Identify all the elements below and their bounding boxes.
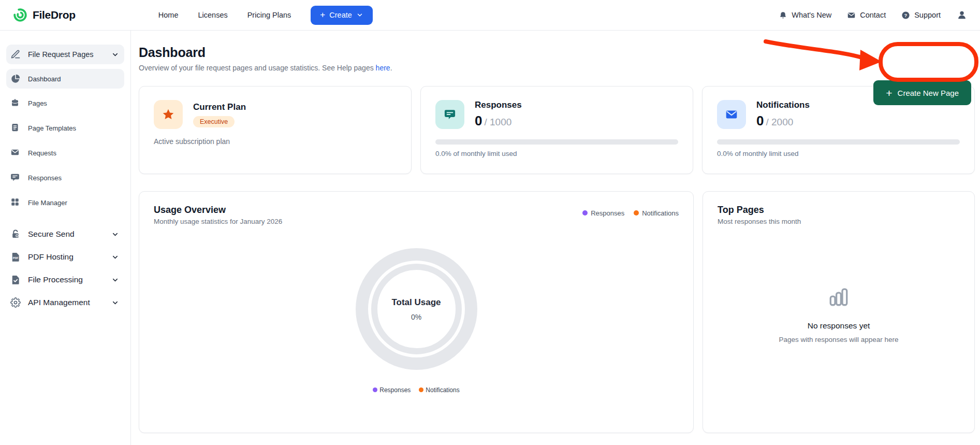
contact-label: Contact xyxy=(860,11,886,19)
sidebar-divider-gap xyxy=(6,218,124,224)
plus-icon: + xyxy=(886,88,892,98)
sidebar-item-label: Dashboard xyxy=(28,75,61,83)
sidebar-item-label: File Manager xyxy=(28,199,67,207)
responses-legend-dot xyxy=(373,387,377,392)
empty-caption: Pages with responses will appear here xyxy=(779,336,898,343)
user-avatar-icon[interactable] xyxy=(956,9,968,21)
donut-outer-ring: Total Usage 0% xyxy=(356,248,477,370)
nav-support[interactable]: ? Support xyxy=(901,11,941,20)
gear-icon xyxy=(10,297,21,308)
sidebar-item-label: File Request Pages xyxy=(28,50,94,59)
usage-legend-top: Responses Notifications xyxy=(582,209,679,217)
current-plan-title: Current Plan xyxy=(193,102,246,112)
bottom-row: Usage Overview Monthly usage statistics … xyxy=(139,191,975,433)
page-subtitle-period: . xyxy=(390,64,392,72)
top-navbar: FileDrop Home Licenses Pricing Plans + C… xyxy=(0,0,980,31)
mail-icon xyxy=(847,11,856,20)
sidebar-item-dashboard[interactable]: Dashboard xyxy=(6,69,124,89)
lock-icon xyxy=(10,229,21,239)
svg-text:?: ? xyxy=(904,12,908,18)
bar-chart-icon xyxy=(828,286,850,308)
total-usage-value: 0% xyxy=(391,313,441,321)
page-subtitle-text: Overview of your file request pages and … xyxy=(139,64,376,72)
donut-inner-ring: Total Usage 0% xyxy=(371,264,462,354)
sidebar-item-pages[interactable]: Pages xyxy=(6,93,124,113)
notifications-progress-bar xyxy=(717,139,960,145)
plan-badge: Executive xyxy=(193,116,235,127)
usage-overview-card: Usage Overview Monthly usage statistics … xyxy=(139,191,694,433)
sidebar-item-pdf-hosting[interactable]: PDF PDF Hosting xyxy=(6,247,124,267)
notifications-legend-dot xyxy=(419,387,423,392)
donut-center-label: Total Usage 0% xyxy=(391,297,441,321)
nav-home[interactable]: Home xyxy=(158,11,179,19)
empty-title: No responses yet xyxy=(808,321,870,331)
sidebar-item-label: Page Templates xyxy=(28,124,76,132)
main-nav: Home Licenses Pricing Plans + Create xyxy=(158,6,373,25)
chat-icon xyxy=(435,100,464,129)
help-circle-icon: ? xyxy=(901,11,910,20)
nav-licenses[interactable]: Licenses xyxy=(198,11,227,19)
briefcase-icon xyxy=(10,98,21,108)
nav-pricing-plans[interactable]: Pricing Plans xyxy=(247,11,291,19)
sidebar-item-file-processing[interactable]: File Processing xyxy=(6,269,124,290)
usage-legend-bottom: Responses Notifications xyxy=(373,386,459,394)
legend-notifications: Notifications xyxy=(634,209,679,217)
chevron-down-icon xyxy=(111,253,119,261)
notifications-limit: / 2000 xyxy=(766,117,793,127)
sidebar-item-label: Responses xyxy=(28,174,62,182)
sidebar-item-api-management[interactable]: API Management xyxy=(6,292,124,313)
top-pages-empty-state: No responses yet Pages with responses wi… xyxy=(718,210,960,420)
sidebar-item-label: PDF Hosting xyxy=(28,252,74,262)
current-plan-caption: Active subscription plan xyxy=(154,137,397,146)
svg-text:PDF: PDF xyxy=(13,256,19,260)
usage-donut-chart: Total Usage 0% Responses Notifications xyxy=(154,248,679,394)
sidebar-item-label: Pages xyxy=(28,99,47,107)
brand-name: FileDrop xyxy=(33,9,76,21)
legend-responses: Responses xyxy=(373,386,411,394)
notifications-value: 0 xyxy=(756,113,764,128)
help-pages-link[interactable]: here xyxy=(376,64,390,72)
chat-icon xyxy=(10,173,21,183)
responses-card: Responses 0/ 1000 0.0% of monthly limit … xyxy=(420,86,693,174)
sidebar-item-page-templates[interactable]: Page Templates xyxy=(6,118,124,138)
mail-icon xyxy=(717,100,746,129)
total-usage-label: Total Usage xyxy=(391,297,441,308)
star-icon xyxy=(154,100,183,129)
filedrop-logo-icon xyxy=(12,7,28,23)
pie-chart-icon xyxy=(10,74,21,84)
nav-create-button[interactable]: + Create xyxy=(311,6,372,25)
nav-whats-new[interactable]: What's New xyxy=(779,11,831,20)
create-button-label: Create xyxy=(329,11,352,19)
chevron-down-icon xyxy=(111,299,119,307)
sidebar-item-requests[interactable]: Requests xyxy=(6,143,124,163)
sidebar-item-file-request-pages[interactable]: File Request Pages xyxy=(6,45,124,64)
create-new-page-button[interactable]: + Create New Page xyxy=(873,80,971,105)
sidebar-item-file-manager[interactable]: File Manager xyxy=(6,193,124,212)
responses-caption: 0.0% of monthly limit used xyxy=(435,150,678,157)
support-label: Support xyxy=(914,11,941,19)
nav-contact[interactable]: Contact xyxy=(847,11,886,20)
sidebar-item-secure-send[interactable]: Secure Send xyxy=(6,224,124,245)
responses-limit: / 1000 xyxy=(484,117,511,127)
brand-logo[interactable]: FileDrop xyxy=(12,7,76,23)
responses-progress-bar xyxy=(435,139,678,145)
chevron-down-icon xyxy=(356,11,363,19)
usage-overview-subtitle: Monthly usage statistics for January 202… xyxy=(154,218,679,225)
chevron-down-icon xyxy=(111,276,119,284)
envelope-icon xyxy=(10,148,21,158)
sidebar: File Request Pages Dashboard Pages xyxy=(0,31,131,445)
sidebar-item-responses[interactable]: Responses xyxy=(6,168,124,188)
edit-icon xyxy=(10,49,21,60)
chevron-down-icon xyxy=(111,231,119,238)
navbar-right: What's New Contact ? Support xyxy=(779,9,968,21)
grid-icon xyxy=(10,197,21,208)
responses-title: Responses xyxy=(475,100,522,110)
create-new-page-label: Create New Page xyxy=(898,89,959,97)
legend-responses: Responses xyxy=(582,209,624,217)
main-content: Dashboard Overview of your file request … xyxy=(131,31,980,445)
legend-notifications: Notifications xyxy=(419,386,459,394)
top-pages-card: Top Pages Most responses this month No r… xyxy=(703,191,975,433)
page-title: Dashboard xyxy=(139,45,975,60)
sidebar-item-label: Requests xyxy=(28,149,56,157)
stats-row: Current Plan Executive Active subscripti… xyxy=(139,86,975,174)
